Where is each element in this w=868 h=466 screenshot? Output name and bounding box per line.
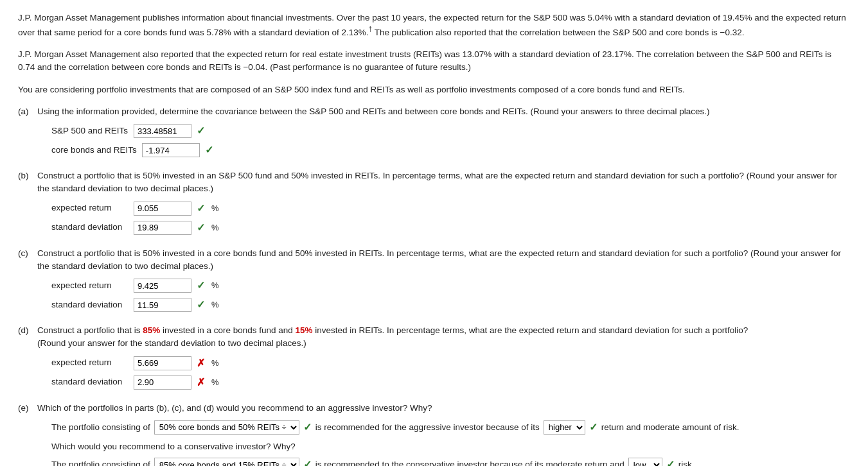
percent-b-sd: % bbox=[211, 221, 219, 234]
label-core-reits: core bonds and REITs bbox=[51, 144, 137, 157]
highlight-85-percent: 85% bbox=[143, 325, 160, 335]
question-c-text: Construct a portfolio that is 50% invest… bbox=[37, 247, 850, 273]
highlight-15-percent: 15% bbox=[296, 325, 313, 335]
answer-rows-c: expected return ✓ % standard deviation ✓… bbox=[51, 278, 850, 313]
section-a: (a) Using the information provided, dete… bbox=[18, 105, 850, 158]
input-d-expected[interactable] bbox=[134, 356, 191, 370]
label-b-sd: standard deviation bbox=[51, 221, 128, 234]
answer-rows-b: expected return ✓ % standard deviation ✓… bbox=[51, 201, 850, 236]
question-c-label: (c) Construct a portfolio that is 50% in… bbox=[18, 247, 850, 273]
question-d-text: Construct a portfolio that is 85% invest… bbox=[37, 324, 850, 350]
cross-d-sd: ✗ bbox=[197, 375, 205, 390]
input-d-sd[interactable] bbox=[134, 375, 191, 390]
line1-after: return and moderate amount of risk. bbox=[601, 421, 740, 434]
check-b-expected: ✓ bbox=[197, 201, 205, 216]
check-dropdown3: ✓ bbox=[303, 457, 312, 466]
letter-e: (e) bbox=[18, 402, 32, 415]
check-core-reits: ✓ bbox=[205, 142, 213, 158]
dropdown-portfolio-conservative[interactable]: 85% core bonds and 15% REITs ÷ 50% S&P 5… bbox=[154, 458, 299, 466]
question-a-text: Using the information provided, determin… bbox=[37, 105, 850, 118]
letter-b: (b) bbox=[18, 169, 32, 182]
question-e-label: (e) Which of the portfolios in parts (b)… bbox=[18, 402, 850, 415]
percent-b-expected: % bbox=[211, 202, 219, 215]
input-c-sd[interactable] bbox=[134, 298, 191, 312]
letter-c: (c) bbox=[18, 247, 32, 260]
input-core-reits[interactable] bbox=[142, 143, 200, 157]
line3-before: The portfolio consisting of bbox=[51, 458, 150, 466]
paragraph-1: J.P. Morgan Asset Management publishes i… bbox=[18, 12, 850, 39]
conservative-question: Which would you recommend to a conservat… bbox=[51, 440, 296, 453]
label-c-expected: expected return bbox=[51, 279, 128, 292]
part-e-line-2: Which would you recommend to a conservat… bbox=[51, 440, 850, 453]
label-d-sd: standard deviation bbox=[51, 375, 128, 388]
check-dropdown4: ✓ bbox=[666, 457, 675, 466]
question-d-label: (d) Construct a portfolio that is 85% in… bbox=[18, 324, 850, 350]
check-sp500-reits: ✓ bbox=[197, 123, 205, 139]
check-dropdown1: ✓ bbox=[303, 420, 312, 435]
check-dropdown2: ✓ bbox=[589, 420, 598, 435]
section-e: (e) Which of the portfolios in parts (b)… bbox=[18, 402, 850, 467]
input-sp500-reits[interactable] bbox=[134, 124, 191, 138]
letter-d: (d) bbox=[18, 324, 32, 337]
answer-row-b-sd: standard deviation ✓ % bbox=[51, 220, 850, 236]
line1-before: The portfolio consisting of bbox=[51, 421, 150, 434]
line3-mid: is recommended to the conservative inves… bbox=[315, 458, 624, 466]
section-b: (b) Construct a portfolio that is 50% in… bbox=[18, 169, 850, 236]
answer-row-c-1: expected return ✓ % bbox=[51, 278, 850, 293]
part-e-line-1: The portfolio consisting of 50% core bon… bbox=[51, 420, 850, 435]
paragraph-2: J.P. Morgan Asset Management also report… bbox=[18, 48, 850, 74]
input-b-sd[interactable] bbox=[134, 221, 191, 235]
section-c: (c) Construct a portfolio that is 50% in… bbox=[18, 247, 850, 313]
label-sp500-reits: S&P 500 and REITs bbox=[51, 125, 128, 137]
percent-c-sd: % bbox=[211, 298, 219, 311]
line1-mid: is recommended for the aggressive invest… bbox=[315, 421, 540, 434]
question-b-text: Construct a portfolio that is 50% invest… bbox=[37, 169, 850, 196]
label-b-expected: expected return bbox=[51, 202, 128, 214]
answer-rows-d: expected return ✗ % standard deviation ✗… bbox=[51, 356, 850, 390]
paragraph-3: You are considering portfolio investment… bbox=[18, 83, 850, 96]
question-e-text: Which of the portfolios in parts (b), (c… bbox=[37, 402, 850, 415]
section-d: (d) Construct a portfolio that is 85% in… bbox=[18, 324, 850, 390]
percent-d-sd: % bbox=[211, 376, 219, 389]
answer-row-a-2: core bonds and REITs ✓ bbox=[51, 142, 850, 158]
label-d-expected: expected return bbox=[51, 356, 128, 369]
input-b-expected[interactable] bbox=[134, 202, 191, 216]
answer-rows-a: S&P 500 and REITs ✓ core bonds and REITs… bbox=[51, 123, 850, 158]
answer-row-a-1: S&P 500 and REITs ✓ bbox=[51, 123, 850, 139]
dropdown-risk-type[interactable]: low high bbox=[628, 458, 662, 466]
answer-row-d-1: expected return ✗ % bbox=[51, 356, 850, 371]
check-c-expected: ✓ bbox=[197, 278, 205, 293]
question-b-label: (b) Construct a portfolio that is 50% in… bbox=[18, 169, 850, 196]
dropdown-return-type[interactable]: higher lower bbox=[544, 420, 585, 435]
question-a-label: (a) Using the information provided, dete… bbox=[18, 105, 850, 118]
label-c-sd: standard deviation bbox=[51, 298, 128, 311]
part-e-answers: The portfolio consisting of 50% core bon… bbox=[51, 420, 850, 466]
percent-d-expected: % bbox=[211, 357, 219, 370]
check-c-sd: ✓ bbox=[197, 297, 205, 313]
part-e-line-3: The portfolio consisting of 85% core bon… bbox=[51, 457, 850, 466]
input-c-expected[interactable] bbox=[134, 279, 191, 293]
check-b-sd: ✓ bbox=[197, 220, 205, 236]
percent-c-expected: % bbox=[211, 279, 219, 292]
dropdown-portfolio-aggressive[interactable]: 50% core bonds and 50% REITs ÷ 50% S&P 5… bbox=[154, 420, 299, 435]
answer-row-b-1: expected return ✓ % bbox=[51, 201, 850, 216]
line3-after: risk. bbox=[678, 458, 695, 466]
answer-row-c-sd: standard deviation ✓ % bbox=[51, 297, 850, 313]
cross-d-expected: ✗ bbox=[197, 356, 205, 371]
answer-row-d-sd: standard deviation ✗ % bbox=[51, 375, 850, 390]
letter-a: (a) bbox=[18, 105, 32, 118]
